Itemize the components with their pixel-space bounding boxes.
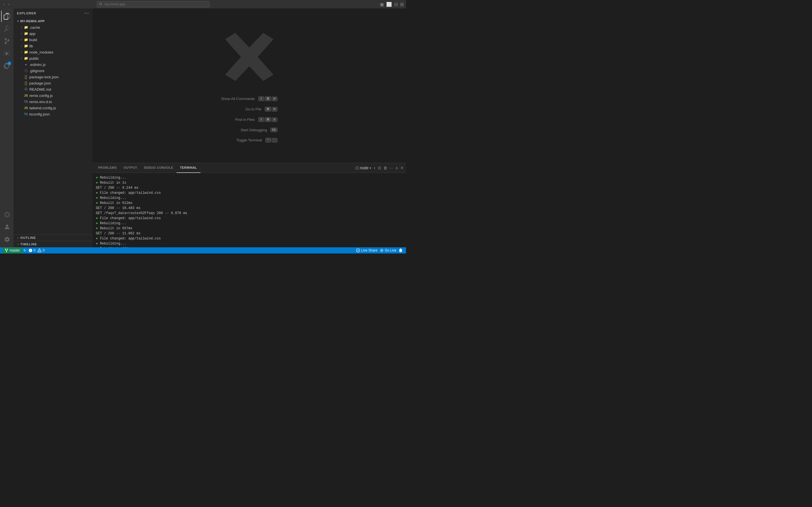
split-terminal-button[interactable]: ⊟	[378, 166, 381, 170]
terminal-icon: ⬡	[355, 166, 359, 170]
welcome-screen: Show All Commands ⇧ ⌘ P Go to File ⌘ P F	[93, 8, 406, 163]
tree-item-app[interactable]: › 📁 app	[13, 31, 93, 37]
go-live-button[interactable]: Go Live	[378, 247, 398, 253]
item-label: app	[29, 32, 36, 36]
key: ⌃	[265, 138, 271, 143]
panel-maximize-button[interactable]: ∧	[395, 166, 398, 170]
tree-item-remix-env[interactable]: › TS remix.env.d.ts	[13, 99, 93, 105]
terminal-node-label: node	[360, 166, 368, 170]
shortcut-label: Find in Files	[235, 117, 255, 122]
chevron-right-icon: ›	[16, 235, 20, 240]
tree-item-cache[interactable]: › 📁 .cache	[13, 24, 93, 31]
terminal-line: GET / 200 -- 10.483 ms	[96, 206, 403, 211]
git-branch-button[interactable]: master	[2, 247, 22, 253]
folder-icon: 📁	[24, 38, 28, 42]
sync-button[interactable]: ↻	[22, 247, 28, 253]
tree-item-node-modules[interactable]: › 📁 node_modules	[13, 49, 93, 55]
tab-problems[interactable]: PROBLEMS	[95, 163, 120, 173]
activity-icon-source-control[interactable]	[1, 36, 12, 47]
terminal-line: ● Rebuilt in 657ms	[96, 226, 403, 231]
layout-icon-4[interactable]: ⊞	[400, 2, 404, 7]
tree-item-package-json[interactable]: › {} package.json	[13, 80, 93, 86]
timeline-label: TIMELINE	[20, 242, 37, 246]
tree-item-readme[interactable]: › ⓘ README.md	[13, 86, 93, 93]
title-bar: ‹ › ▣ ⬜ ⊟ ⊞	[0, 0, 406, 8]
key: F5	[270, 128, 277, 132]
tree-item-tailwind-config[interactable]: › JS tailwind.config.js	[13, 105, 93, 111]
live-share-button[interactable]: Live Share	[355, 247, 378, 253]
tree-item-build[interactable]: › 📁 build	[13, 37, 93, 43]
tree-item-tsconfig[interactable]: › TS tsconfig.json	[13, 111, 93, 117]
terminal-badge: ⬡ node ▾	[355, 166, 371, 170]
key: F	[272, 117, 277, 122]
key: ⇧	[258, 117, 264, 122]
search-bar[interactable]	[97, 1, 209, 7]
activity-icon-extensions[interactable]: 1	[1, 60, 12, 71]
activity-icon-testing[interactable]	[1, 209, 12, 220]
shortcut-go-to-file: Go to File ⌘ P	[246, 107, 277, 112]
terminal-line: ● Rebuilt in 494ms	[96, 246, 403, 247]
json-icon: TS	[24, 112, 28, 116]
tree-item-remix-config[interactable]: › JS remix.config.js	[13, 93, 93, 99]
tab-debug-label: DEBUG CONSOLE	[144, 166, 173, 169]
json-icon: {}	[24, 81, 28, 86]
svg-point-4	[381, 250, 382, 251]
panel-close-button[interactable]: ✕	[400, 166, 404, 170]
activity-icon-files[interactable]	[1, 11, 12, 22]
chevron-right-icon: ›	[19, 25, 24, 30]
tree-item-lib[interactable]: › 📁 lib	[13, 43, 93, 49]
tree-item-eslintrc[interactable]: › ● .eslintrc.js	[13, 61, 93, 68]
shortcut-keys: F5	[270, 128, 277, 132]
search-input[interactable]	[104, 2, 207, 6]
kill-terminal-button[interactable]: 🗑	[384, 166, 388, 170]
back-button[interactable]: ‹	[2, 2, 6, 7]
item-label: .gitignore	[29, 69, 44, 73]
sidebar-title: EXPLORER	[17, 11, 36, 15]
tree-root[interactable]: ▾ MY-REMIX-APP	[13, 18, 93, 24]
error-icon	[29, 248, 33, 252]
more-actions-button[interactable]: ···	[390, 166, 393, 170]
outline-label: OUTLINE	[20, 236, 36, 239]
item-label: tsconfig.json	[29, 112, 50, 116]
tab-debug-console[interactable]: DEBUG CONSOLE	[141, 163, 177, 173]
shortcut-start-debugging: Start Debugging F5	[241, 128, 277, 132]
go-live-icon	[380, 248, 384, 252]
sidebar-more-button[interactable]: ···	[85, 11, 89, 16]
tree-item-public[interactable]: › 📁 public	[13, 55, 93, 61]
tab-output[interactable]: OUTPUT	[120, 163, 140, 173]
svg-line-1	[101, 4, 102, 5]
errors-button[interactable]: 0	[28, 247, 37, 253]
tab-terminal[interactable]: TERMINAL	[176, 163, 200, 173]
folder-icon: 📁	[24, 44, 28, 48]
terminal-content[interactable]: ● Rebuilding... ● Rebuilt in 1s GET / 20…	[93, 173, 406, 247]
shortcut-label: Show All Commands	[221, 97, 255, 101]
tree-item-package-lock[interactable]: › {} package-lock.json	[13, 74, 93, 80]
tree-item-gitignore[interactable]: › ⓘ .gitignore	[13, 68, 93, 74]
activity-icon-account[interactable]	[1, 221, 12, 233]
terminal-line: ● File changed: app/tailwind.css	[96, 190, 403, 195]
layout-icon-2[interactable]: ⬜	[386, 2, 392, 7]
svg-point-0	[100, 3, 101, 5]
terminal-line: GET / 200 -- 9.244 ms	[96, 185, 403, 190]
key: `	[272, 138, 277, 143]
layout-icon-1[interactable]: ▣	[380, 2, 384, 7]
warnings-button[interactable]: 0	[36, 247, 46, 253]
layout-icon-3[interactable]: ⊟	[394, 2, 398, 7]
item-label: tailwind.config.js	[29, 106, 56, 110]
forward-button[interactable]: ›	[7, 2, 11, 7]
outline-header[interactable]: › OUTLINE	[13, 235, 93, 241]
chevron-right-icon: ›	[16, 242, 20, 246]
activity-icon-run[interactable]	[1, 48, 12, 59]
add-terminal-button[interactable]: +	[373, 166, 375, 170]
timeline-header[interactable]: › TIMELINE	[13, 241, 93, 247]
key: ⌘	[265, 117, 271, 122]
activity-icon-search[interactable]	[1, 23, 12, 34]
go-live-label: Go Live	[385, 248, 396, 252]
live-share-label: Live Share	[361, 248, 377, 252]
status-left: master ↻ 0 0	[2, 247, 46, 253]
terminal-dropdown-icon[interactable]: ▾	[370, 166, 371, 170]
shortcut-keys: ⌃ `	[265, 138, 277, 143]
activity-bottom	[1, 209, 12, 245]
notifications-button[interactable]	[398, 247, 404, 253]
activity-icon-settings[interactable]	[1, 234, 12, 245]
